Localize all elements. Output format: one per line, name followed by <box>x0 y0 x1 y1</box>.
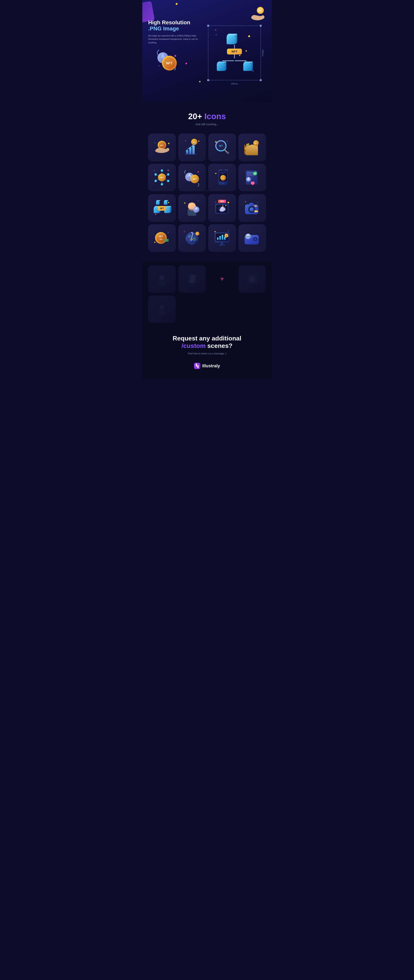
icon-card-nft-camera[interactable]: NFT ✦ ✕ <box>239 194 266 222</box>
svg-rect-193 <box>158 281 166 285</box>
svg-point-124 <box>188 203 193 206</box>
svg-rect-144 <box>249 203 254 205</box>
svg-point-165 <box>192 237 196 241</box>
icon-card-nft-money[interactable]: NFT $$$ ✕ <box>148 224 176 252</box>
bottom-icon-1 <box>148 266 176 293</box>
svg-rect-181 <box>219 245 225 246</box>
svg-text:NFT: NFT <box>196 234 199 235</box>
svg-point-120 <box>168 202 169 203</box>
svg-rect-104 <box>251 182 255 184</box>
icon-card-nft-search[interactable]: NFT ✕ <box>209 134 236 161</box>
bottom-icon-3 <box>239 266 266 293</box>
icon-card-nft-network[interactable]: NFT ✕ <box>148 164 176 191</box>
svg-text:NFT: NFT <box>160 207 164 210</box>
svg-rect-145 <box>255 205 257 207</box>
svg-text:✕: ✕ <box>158 65 160 67</box>
svg-point-143 <box>251 208 253 210</box>
hero-text-block: High Resolution .PNG Image All image are… <box>148 20 203 44</box>
icons-grid-row3: NFT <box>148 194 266 222</box>
bottom-heart: ♥ <box>209 266 236 293</box>
svg-text:NFT: NFT <box>193 178 197 180</box>
icons-section: 20+ Icons And still counting... NFT ✕ <box>142 102 272 261</box>
svg-marker-107 <box>154 206 161 208</box>
icon-card-nft-blockchain[interactable]: NFT <box>148 194 176 222</box>
svg-point-78 <box>185 173 194 181</box>
hero-title-white: High Resolution <box>148 20 203 25</box>
icon-card-nft-exchange[interactable]: NFT <box>178 164 206 191</box>
svg-rect-176 <box>222 235 223 240</box>
svg-text:🪙: 🪙 <box>222 177 224 179</box>
svg-rect-18 <box>234 45 235 49</box>
svg-point-52 <box>215 141 217 143</box>
hero-title-blue: .PNG Image <box>148 25 203 32</box>
svg-point-178 <box>225 234 228 237</box>
icon-card-nft-box[interactable]: NFT <box>239 134 266 161</box>
svg-marker-110 <box>164 206 171 208</box>
svg-rect-200 <box>196 364 197 367</box>
svg-line-75 <box>157 175 158 176</box>
svg-point-137 <box>228 202 229 203</box>
svg-point-128 <box>184 202 185 204</box>
svg-text:✕: ✕ <box>215 201 216 203</box>
icon-card-nft-hand[interactable]: NFT ✕ <box>148 134 176 161</box>
svg-marker-126 <box>195 207 198 210</box>
svg-marker-56 <box>244 145 246 155</box>
svg-point-134 <box>218 206 226 212</box>
svg-rect-175 <box>219 236 221 240</box>
svg-marker-79 <box>188 173 191 177</box>
svg-marker-101 <box>247 177 250 179</box>
svg-text:✕: ✕ <box>154 142 156 144</box>
svg-marker-80 <box>188 176 191 179</box>
svg-marker-127 <box>195 209 198 211</box>
svg-rect-87 <box>219 171 227 181</box>
svg-point-76 <box>167 170 169 171</box>
svg-point-43 <box>195 143 196 144</box>
icons-word: Icons <box>204 112 226 121</box>
hero-description: All image are exported with a (1500x1500… <box>148 34 203 45</box>
icon-card-nft-monitor[interactable]: ₿ ✕ <box>209 224 236 252</box>
svg-point-197 <box>249 276 255 282</box>
icon-card-nft-wallet[interactable] <box>239 224 266 252</box>
icon-card-nft-mobile[interactable]: 🪙 ✕ <box>209 164 236 191</box>
svg-rect-40 <box>186 150 188 154</box>
icon-card-nft-globe[interactable]: NFT ✕ <box>178 224 206 252</box>
svg-point-93 <box>223 183 224 184</box>
svg-point-186 <box>254 237 257 241</box>
svg-point-151 <box>156 233 166 243</box>
svg-point-169 <box>196 232 199 235</box>
svg-rect-173 <box>216 234 229 241</box>
svg-point-187 <box>254 238 256 240</box>
svg-rect-185 <box>253 237 258 241</box>
svg-rect-23 <box>235 60 247 61</box>
hero-section: + ✕ ✕ NFT High R <box>142 0 272 102</box>
svg-text:✦: ✦ <box>245 201 246 203</box>
svg-point-59 <box>253 140 259 146</box>
brand-name-text: Illustraly <box>202 363 220 369</box>
svg-rect-201 <box>197 365 199 368</box>
svg-rect-96 <box>246 170 258 185</box>
svg-point-69 <box>154 173 157 176</box>
svg-point-141 <box>249 207 254 212</box>
svg-text:NFT: NFT <box>219 145 223 147</box>
svg-rect-41 <box>189 147 191 154</box>
request-description: Feel free to leave us a message :) <box>148 352 266 355</box>
svg-point-64 <box>161 169 163 172</box>
svg-marker-105 <box>251 184 255 185</box>
icon-card-nft-chart[interactable]: NFT ✕ <box>178 134 206 161</box>
icon-card-nft-certificate[interactable] <box>239 164 266 191</box>
icons-count: 20+ <box>188 112 202 121</box>
svg-marker-167 <box>191 232 193 233</box>
svg-rect-88 <box>222 170 225 171</box>
svg-rect-139 <box>245 204 258 214</box>
svg-rect-172 <box>215 232 229 243</box>
svg-point-36 <box>168 143 170 144</box>
svg-text:₿: ₿ <box>226 235 227 237</box>
svg-text:✕: ✕ <box>226 140 228 142</box>
icon-card-nft-avatar[interactable]: ✕ <box>178 194 206 222</box>
svg-marker-83 <box>185 170 186 171</box>
svg-rect-118 <box>164 201 167 205</box>
svg-line-49 <box>225 150 228 153</box>
icon-card-nft-auction[interactable]: BID ✦ ✕ <box>209 194 236 222</box>
brand-row: Illustraly <box>148 363 266 369</box>
svg-marker-57 <box>246 143 249 146</box>
